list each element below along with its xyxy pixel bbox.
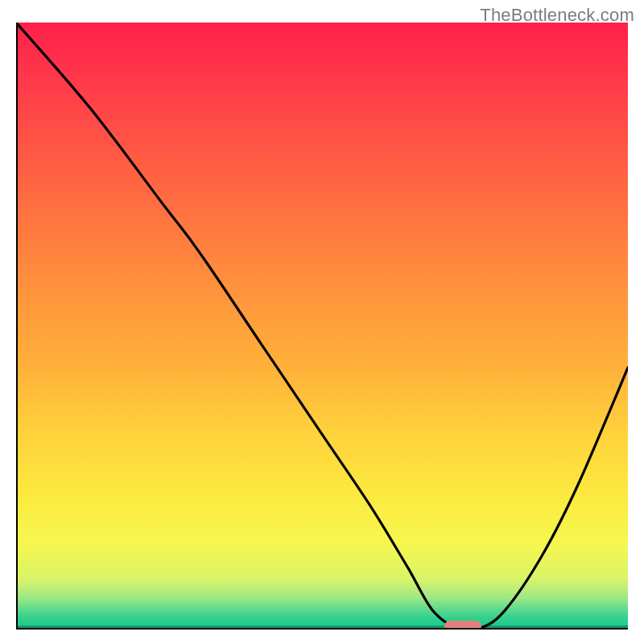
x-axis-line	[16, 628, 628, 630]
watermark-label: TheBottleneck.com	[480, 5, 634, 26]
y-axis-line	[16, 23, 18, 630]
chart-container: TheBottleneck.com	[0, 0, 644, 644]
plot-area	[16, 23, 628, 628]
optimal-marker	[444, 621, 481, 628]
bottleneck-curve	[16, 23, 628, 628]
